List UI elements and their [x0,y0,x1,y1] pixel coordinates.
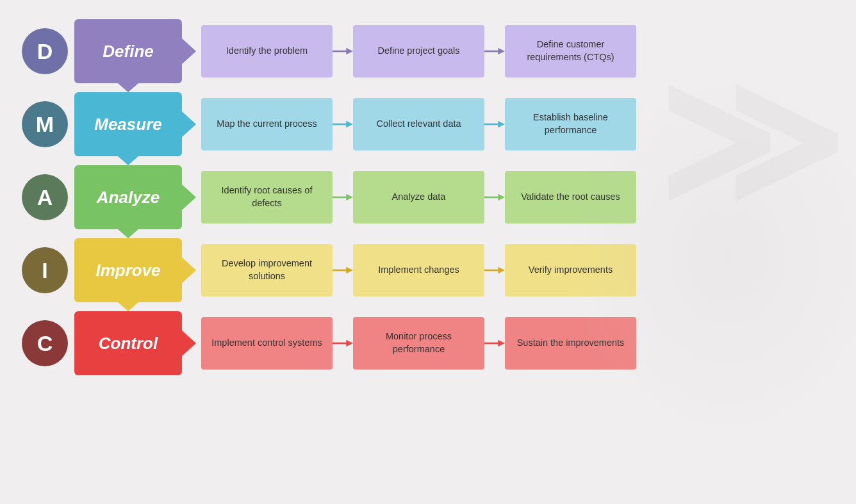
circle-improve: I [22,247,68,293]
step-box-measure-0: Map the current process [201,98,333,150]
step-box-measure-2: Establish baseline performance [505,98,636,150]
phase-box-wrap-improve: Improve [74,236,182,305]
step-box-define-1: Define project goals [353,25,484,77]
step-arrow-measure-1 [333,115,353,133]
phase-row-improve: IImproveDevelop improvement solutions Im… [22,236,841,305]
step-box-define-0: Identify the problem [201,25,333,77]
step-box-improve-0: Develop improvement solutions [201,244,333,297]
phase-box-wrap-define: Define [74,17,182,86]
svg-marker-15 [498,267,505,274]
phase-box-define: Define [74,19,182,83]
phase-box-wrap-control: Control [74,309,182,378]
circle-control: C [22,320,68,366]
phase-box-measure: Measure [74,92,182,156]
rows-wrapper: DDefineIdentify the problem Define proje… [22,17,841,378]
step-box-analyze-0: Identify root causes of defects [201,171,333,224]
step-box-analyze-1: Analyze data [353,171,484,224]
phase-box-analyze: Analyze [74,165,182,229]
step-box-control-1: Monitor process performance [353,317,484,370]
phase-box-improve: Improve [74,238,182,302]
step-box-improve-2: Verify improvements [505,244,636,297]
phase-box-control: Control [74,311,182,375]
step-box-improve-1: Implement changes [353,244,484,297]
step-arrow-analyze-1 [333,188,353,206]
step-box-analyze-2: Validate the root causes [505,171,636,224]
circle-analyze: A [22,174,68,220]
phase-row-analyze: AAnalyzeIdentify root causes of defects … [22,163,841,232]
main-container: ≫ DDefineIdentify the problem Define pro… [0,0,856,384]
circle-define: D [22,28,68,74]
step-arrow-analyze-2 [484,188,505,206]
svg-marker-5 [346,121,353,128]
svg-marker-7 [498,121,505,128]
svg-marker-1 [346,48,353,55]
phase-box-wrap-analyze: Analyze [74,163,182,232]
svg-marker-9 [346,194,353,201]
svg-marker-17 [346,340,353,347]
svg-marker-11 [498,194,505,201]
step-arrow-define-1 [333,42,353,60]
svg-marker-13 [346,267,353,274]
step-arrow-improve-1 [333,261,353,279]
svg-marker-3 [498,48,505,55]
phase-row-define: DDefineIdentify the problem Define proje… [22,17,841,86]
step-arrow-define-2 [484,42,505,60]
step-arrow-control-1 [333,334,353,352]
circle-measure: M [22,101,68,147]
step-box-define-2: Define customer requirements (CTQs) [505,25,636,77]
step-box-control-2: Sustain the improvements [505,317,636,370]
phase-box-wrap-measure: Measure [74,90,182,159]
step-arrow-control-2 [484,334,505,352]
step-box-control-0: Implement control systems [201,317,333,370]
phase-row-control: CControlImplement control systems Monito… [22,309,841,378]
step-arrow-measure-2 [484,115,505,133]
phase-row-measure: MMeasureMap the current process Collect … [22,90,841,159]
step-arrow-improve-2 [484,261,505,279]
step-box-measure-1: Collect relevant data [353,98,484,150]
svg-marker-19 [498,340,505,347]
